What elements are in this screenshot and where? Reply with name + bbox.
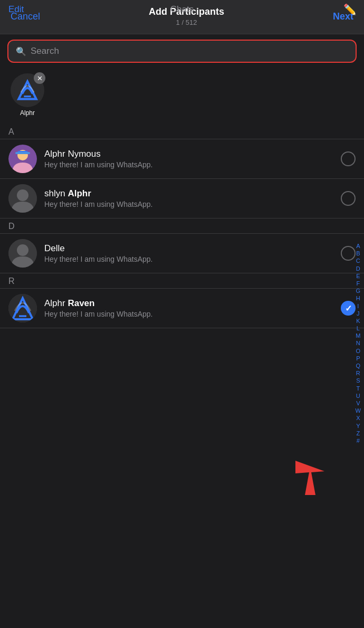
alpha-letter-z[interactable]: Z	[355, 430, 362, 437]
contact-info-shlyn-alphr: shlyn Alphr Hey there! I am using WhatsA…	[44, 188, 337, 208]
selected-participants-row: ✕ Alphr	[0, 68, 364, 124]
alpha-letter-a[interactable]: A	[355, 243, 362, 250]
section-header-a: A	[0, 124, 364, 139]
alpha-letter-w[interactable]: W	[355, 407, 362, 414]
contact-item-shlyn-alphr[interactable]: shlyn Alphr Hey there! I am using WhatsA…	[0, 179, 364, 218]
contact-name-alphr-nymous: Alphr Nymous	[44, 149, 337, 159]
svg-rect-5	[15, 152, 30, 154]
contact-status-delle: Hey there! I am using WhatsApp.	[44, 255, 337, 263]
alpha-letter-j[interactable]: J	[355, 310, 362, 317]
contact-select-alphr-raven[interactable]: ✓	[341, 301, 356, 316]
alpha-letter-o[interactable]: O	[355, 348, 362, 355]
alpha-letter-d[interactable]: D	[355, 265, 362, 272]
alpha-letter-c[interactable]: C	[355, 258, 362, 264]
alpha-letter-#[interactable]: #	[355, 437, 362, 444]
contact-avatar-alphr-raven	[8, 294, 37, 322]
contact-info-alphr-raven: Alphr Raven Hey there! I am using WhatsA…	[44, 298, 337, 318]
alpha-letter-i[interactable]: I	[355, 303, 362, 310]
search-box[interactable]: 🔍 Search	[7, 40, 357, 63]
search-icon: 🔍	[16, 46, 26, 56]
alpha-letter-r[interactable]: R	[355, 370, 362, 377]
contact-avatar-shlyn-alphr	[8, 184, 37, 213]
contact-avatar-delle	[8, 239, 37, 268]
selected-participant-name: Alphr	[8, 109, 46, 117]
alpha-letter-l[interactable]: L	[355, 325, 362, 332]
contact-select-shlyn-alphr[interactable]	[341, 191, 356, 206]
red-arrow-indicator	[295, 461, 338, 497]
alpha-letter-f[interactable]: F	[355, 280, 362, 287]
contact-name-shlyn-alphr: shlyn Alphr	[44, 188, 337, 199]
contact-status-alphr-nymous: Hey there! I am using WhatsApp.	[44, 160, 337, 169]
alpha-letter-v[interactable]: V	[355, 400, 362, 407]
contact-name-alphr-raven: Alphr Raven	[44, 298, 337, 309]
alpha-letter-h[interactable]: H	[355, 295, 362, 302]
alpha-letter-u[interactable]: U	[355, 393, 362, 399]
alpha-letter-y[interactable]: Y	[355, 423, 362, 430]
svg-point-9	[17, 244, 28, 256]
section-header-d: D	[0, 218, 364, 234]
search-input[interactable]: Search	[31, 46, 59, 56]
section-header-r: R	[0, 273, 364, 289]
contact-info-delle: Delle Hey there! I am using WhatsApp.	[44, 243, 337, 263]
contact-select-alphr-nymous[interactable]	[341, 151, 356, 166]
alpha-letter-s[interactable]: S	[355, 377, 362, 384]
contact-status-shlyn-alphr: Hey there! I am using WhatsApp.	[44, 200, 337, 208]
contact-name-delle: Delle	[44, 243, 337, 254]
contact-select-delle[interactable]	[341, 246, 356, 261]
svg-point-7	[17, 189, 28, 201]
bg-edit-label: Edit	[8, 4, 24, 15]
remove-participant-button[interactable]: ✕	[34, 72, 45, 84]
contact-list: A Alphr Nymous Hey there! I am using Wha…	[0, 124, 364, 328]
participant-count: 1 / 512	[149, 18, 224, 26]
contact-info-alphr-nymous: Alphr Nymous Hey there! I am using Whats…	[44, 149, 337, 169]
alpha-letter-k[interactable]: K	[355, 318, 362, 325]
contact-avatar-alphr-nymous	[8, 145, 37, 173]
alpha-letter-t[interactable]: T	[355, 385, 362, 392]
alpha-letter-q[interactable]: Q	[355, 363, 362, 369]
alpha-letter-b[interactable]: B	[355, 250, 362, 257]
contact-item-delle[interactable]: Delle Hey there! I am using WhatsApp.	[0, 234, 364, 273]
alpha-letter-g[interactable]: G	[355, 288, 362, 294]
alpha-letter-x[interactable]: X	[355, 415, 362, 422]
alpha-letter-n[interactable]: N	[355, 340, 362, 347]
contact-item-alphr-nymous[interactable]: Alphr Nymous Hey there! I am using Whats…	[0, 139, 364, 179]
selected-participant-alphr[interactable]: ✕ Alphr	[8, 73, 46, 117]
alpha-letter-e[interactable]: E	[355, 273, 362, 280]
alpha-letter-p[interactable]: P	[355, 355, 362, 362]
bg-compose-icon: ✏️	[343, 3, 357, 16]
search-container: 🔍 Search	[0, 34, 364, 68]
contact-status-alphr-raven: Hey there! I am using WhatsApp.	[44, 310, 337, 318]
alpha-letter-m[interactable]: M	[355, 332, 362, 339]
alphabet-index: ABCDEFGHIJKLMNOPQRSTUVWXYZ#	[355, 243, 362, 444]
contact-item-alphr-raven[interactable]: Alphr Raven Hey there! I am using WhatsA…	[0, 289, 364, 328]
bg-chats-label: Chats	[170, 4, 194, 15]
svg-marker-13	[295, 461, 324, 495]
